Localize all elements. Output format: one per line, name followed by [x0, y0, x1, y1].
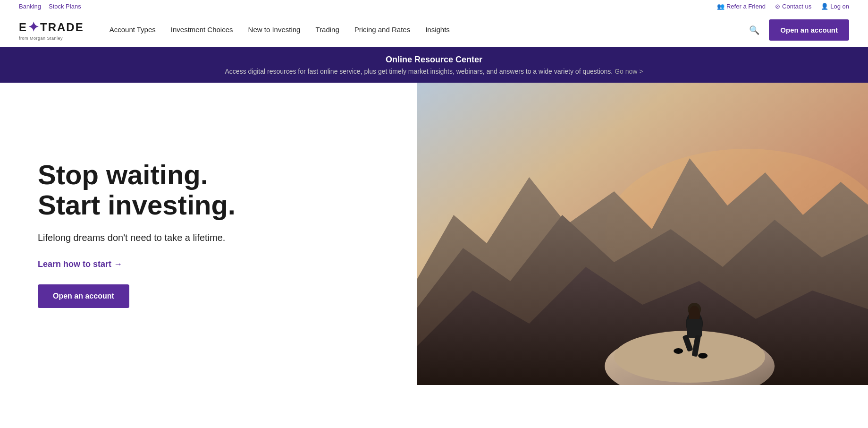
hero-mountain-illustration	[417, 83, 868, 385]
nav-item-account-types[interactable]: Account Types	[103, 13, 162, 47]
nav-item-pricing-rates[interactable]: Pricing and Rates	[348, 13, 417, 47]
banner-title: Online Resource Center	[19, 55, 849, 65]
main-nav: E✦TRADE from Morgan Stanley Account Type…	[0, 13, 868, 47]
logo-subtitle: from Morgan Stanley	[19, 36, 63, 41]
nav-open-account-button[interactable]: Open an account	[769, 19, 849, 41]
logo[interactable]: E✦TRADE from Morgan Stanley	[19, 19, 84, 41]
utility-right-links: 👥 Refer a Friend ⊘ Contact us 👤 Log on	[717, 3, 849, 10]
hero-learn-link[interactable]: Learn how to start →	[38, 259, 417, 269]
refer-friend-link[interactable]: 👥 Refer a Friend	[717, 3, 766, 10]
hero-left-panel: Stop waiting. Start investing. Lifelong …	[0, 83, 417, 385]
nav-links: Account Types Investment Choices New to …	[103, 13, 748, 47]
hero-content: Stop waiting. Start investing. Lifelong …	[0, 83, 868, 385]
svg-point-13	[674, 348, 683, 354]
user-icon: 👤	[821, 3, 828, 10]
hero-right-panel	[417, 83, 868, 385]
hero-section: Stop waiting. Start investing. Lifelong …	[0, 83, 868, 385]
log-on-link[interactable]: 👤 Log on	[821, 3, 849, 10]
banner-text: Access digital resources for fast online…	[19, 68, 849, 75]
logo-wordmark: E✦TRADE	[19, 19, 84, 35]
contact-us-link[interactable]: ⊘ Contact us	[775, 3, 811, 10]
stock-plans-link[interactable]: Stock Plans	[49, 3, 81, 10]
nav-item-trading[interactable]: Trading	[309, 13, 346, 47]
nav-item-new-to-investing[interactable]: New to Investing	[242, 13, 307, 47]
hero-headline: Stop waiting. Start investing.	[38, 160, 417, 220]
promo-banner: Online Resource Center Access digital re…	[0, 47, 868, 83]
svg-rect-10	[687, 319, 702, 338]
banking-link[interactable]: Banking	[19, 3, 41, 10]
hero-image	[417, 83, 868, 385]
search-button[interactable]: 🔍	[747, 23, 761, 37]
banner-go-now-link[interactable]: Go now >	[615, 68, 643, 75]
hero-open-account-button[interactable]: Open an account	[38, 284, 129, 308]
utility-bar: Banking Stock Plans 👥 Refer a Friend ⊘ C…	[0, 0, 868, 13]
nav-item-insights[interactable]: Insights	[419, 13, 456, 47]
nav-right: 🔍 Open an account	[747, 19, 849, 41]
utility-left-links: Banking Stock Plans	[19, 3, 81, 10]
svg-point-6	[614, 331, 765, 383]
hero-subtext: Lifelong dreams don't need to take a lif…	[38, 231, 227, 244]
question-icon: ⊘	[775, 3, 780, 10]
people-icon: 👥	[717, 3, 725, 10]
nav-item-investment-choices[interactable]: Investment Choices	[164, 13, 240, 47]
svg-point-14	[698, 353, 708, 359]
